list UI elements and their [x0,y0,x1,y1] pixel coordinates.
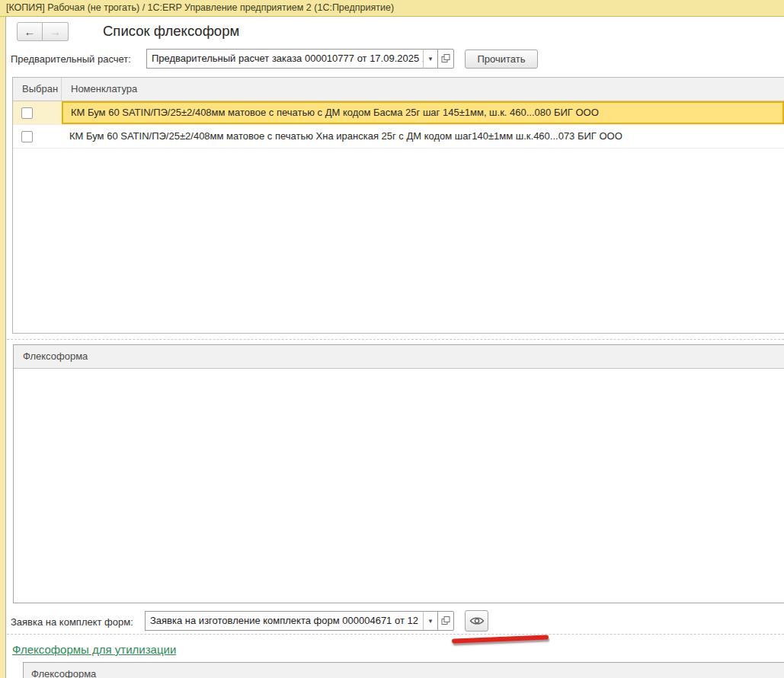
section-separator [7,339,784,340]
utilization-link[interactable]: Флексоформы для утилизации [12,643,176,656]
nomenclature-cell[interactable]: КМ Бум 60 SATIN/ПЭ/25±2/408мм матовое с … [62,101,784,124]
request-open-button[interactable] [437,611,454,631]
column-header-nomenclature[interactable]: Номенклатура [62,78,784,101]
open-value-icon [441,616,450,625]
nomenclature-cell[interactable]: КМ Бум 60 SATIN/ПЭ/25±2/408мм матовое с … [62,125,784,148]
prelim-calc-field: Предварительный расчет заказа 000010777 … [146,49,454,69]
column-header-flexoform[interactable]: Флексоформа [14,345,784,368]
eye-icon [469,616,485,626]
window-title: [КОПИЯ] Рабочая (не трогать) / 1С:ERP Уп… [6,2,394,13]
request-field-label: Заявка на комплект форм: [11,616,133,628]
flexoform-table-header: Флексоформа [14,345,784,369]
row-checkbox[interactable] [21,107,33,119]
app-window: [КОПИЯ] Рабочая (не трогать) / 1С:ERP Уп… [0,0,784,678]
forward-arrow-icon: → [50,25,61,38]
table-row[interactable]: КМ Бум 60 SATIN/ПЭ/25±2/408мм матовое с … [13,125,784,149]
back-button[interactable]: ← [17,22,43,41]
table-row[interactable]: КМ Бум 60 SATIN/ПЭ/25±2/408мм матовое с … [13,101,784,125]
section-separator [7,634,784,635]
request-input[interactable]: Заявка на изготовление комплекта форм 00… [145,611,424,631]
forward-button[interactable]: → [43,22,69,41]
selection-table-header: Выбран Номенклатура [13,78,784,101]
read-button[interactable]: Прочитать [465,50,538,69]
column-header-selected[interactable]: Выбран [13,78,62,101]
utilization-table-header: Флексоформа [24,663,784,678]
prelim-calc-label: Предварительный расчет: [11,53,131,65]
prelim-calc-dropdown-button[interactable]: ▾ [423,49,438,69]
back-arrow-icon: ← [24,25,36,38]
selected-cell [13,125,62,148]
red-marker-annotation [452,635,549,643]
request-field: Заявка на изготовление комплекта форм 00… [145,611,454,631]
selected-cell [13,101,62,124]
left-panel-strip [0,17,6,678]
prelim-calc-open-button[interactable] [437,49,454,69]
window-titlebar: [КОПИЯ] Рабочая (не трогать) / 1С:ERP Уп… [0,0,784,17]
column-header-flexoform[interactable]: Флексоформа [24,663,784,678]
page-title: Список флексоформ [103,23,239,40]
chevron-down-icon: ▾ [429,617,433,625]
history-nav: ← → [17,22,69,41]
view-button[interactable] [465,610,488,632]
open-value-icon [441,54,450,63]
flexoform-table: Флексоформа [13,344,784,603]
utilization-flexoform-table: Флексоформа [23,662,784,678]
request-dropdown-button[interactable]: ▾ [423,611,438,631]
row-checkbox[interactable] [21,131,33,142]
prelim-calc-input[interactable]: Предварительный расчет заказа 000010777 … [146,49,424,69]
chevron-down-icon: ▾ [429,55,433,62]
selection-table: Выбран Номенклатура КМ Бум 60 SATIN/ПЭ/2… [12,77,784,334]
